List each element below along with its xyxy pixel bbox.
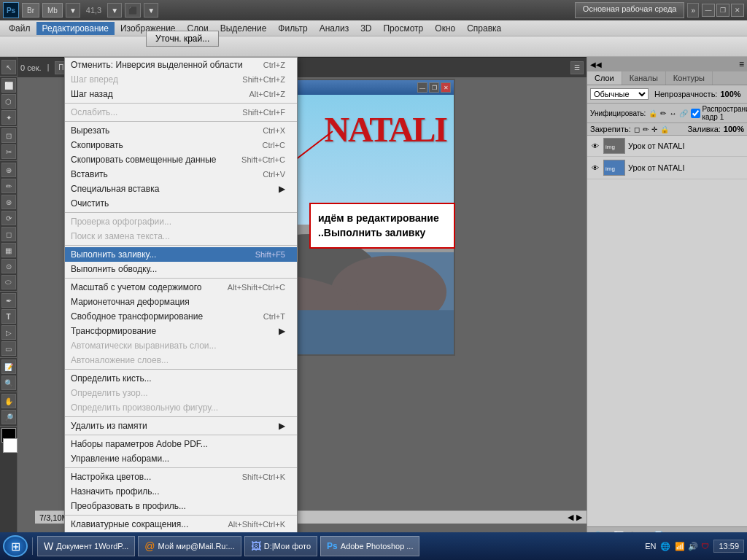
menu-undo[interactable]: Отменить: Инверсия выделенной области Ct…: [65, 58, 297, 72]
layer-item-1[interactable]: 👁 img Урок от NATALI: [587, 136, 747, 157]
tool-eyedropper[interactable]: 🔍: [1, 376, 16, 390]
canvas-nav-btn[interactable]: ◀: [568, 513, 573, 522]
menu-assign-profile[interactable]: Назначить профиль...: [65, 484, 297, 499]
menu-copy[interactable]: Скопировать Ctrl+C: [65, 138, 297, 152]
unify-icon1[interactable]: 🔒: [649, 109, 657, 117]
taskbar-item-photoshop[interactable]: Ps Adobe Photoshop ...: [320, 536, 419, 556]
lock-position[interactable]: ✛: [651, 125, 657, 133]
menu-convert-profile[interactable]: Преобразовать в профиль...: [65, 499, 297, 513]
refine-edge-button[interactable]: Уточн. край...: [146, 31, 219, 47]
menu-analysis[interactable]: Анализ: [314, 22, 355, 35]
zoom-options[interactable]: ▼: [107, 3, 122, 18]
background-color[interactable]: [3, 438, 18, 453]
spread-checkbox[interactable]: [691, 109, 700, 118]
maximize-button[interactable]: ❐: [716, 4, 729, 17]
lock-all[interactable]: 🔒: [660, 125, 669, 133]
menu-cut[interactable]: Вырезать Ctrl+X: [65, 123, 297, 138]
menu-file[interactable]: Файл: [3, 22, 36, 35]
menu-paste[interactable]: Вставить Ctrl+V: [65, 167, 297, 182]
menu-transform[interactable]: Трансформирование ▶: [65, 324, 297, 338]
unify-icon2[interactable]: ✏: [660, 109, 666, 117]
menu-define-brush[interactable]: Определить кисть...: [65, 371, 297, 386]
unify-icon3[interactable]: ↔: [669, 109, 676, 117]
menu-select[interactable]: Выделение: [214, 22, 273, 35]
tool-notes[interactable]: 📝: [1, 359, 16, 374]
minimize-button[interactable]: —: [702, 4, 715, 17]
tool-shape[interactable]: ▭: [1, 341, 16, 356]
tool-blur[interactable]: ⊙: [1, 259, 16, 273]
menu-keyboard-shortcuts[interactable]: Клавиатурные сокращения... Alt+Shift+Ctr…: [65, 517, 297, 532]
anim-extra1[interactable]: ☰: [570, 61, 584, 74]
menu-fill[interactable]: Выполнить заливку... Shift+F5: [65, 247, 297, 262]
tool-spot-heal[interactable]: ⊕: [1, 163, 16, 177]
layer-eye-2[interactable]: 👁: [590, 163, 600, 173]
tool-dodge[interactable]: ⬭: [1, 275, 16, 289]
view-options[interactable]: ▼: [66, 3, 80, 18]
extra-options[interactable]: ⬛: [125, 3, 141, 18]
tab-layers[interactable]: Слои: [587, 71, 622, 85]
lang-indicator[interactable]: EN: [645, 542, 656, 551]
tool-lasso[interactable]: ⬡: [1, 94, 16, 109]
menu-3d[interactable]: 3D: [355, 22, 377, 35]
tool-gradient[interactable]: ▦: [1, 243, 16, 257]
fill-row: Заливка: 100%: [687, 125, 744, 133]
menu-paste-special[interactable]: Специальная вставка ▶: [65, 182, 297, 196]
canvas-minimize[interactable]: —: [417, 82, 427, 93]
menu-window[interactable]: Окно: [429, 22, 461, 35]
menu-content-aware-scale[interactable]: Масштаб с учетом содержимого Alt+Shift+C…: [65, 280, 297, 295]
br-button[interactable]: Br: [22, 3, 39, 18]
menu-copy-merged[interactable]: Скопировать совмещенные данные Shift+Ctr…: [65, 152, 297, 167]
tool-magic-wand[interactable]: ✦: [1, 110, 16, 125]
menu-edit[interactable]: Редактирование: [36, 22, 115, 35]
tool-pen[interactable]: ✒: [1, 293, 16, 308]
menu-clear[interactable]: Очистить: [65, 196, 297, 211]
tool-eraser[interactable]: ◻: [1, 227, 16, 241]
menu-purge[interactable]: Удалить из памяти ▶: [65, 419, 297, 433]
menu-puppet-warp[interactable]: Марионеточная деформация: [65, 295, 297, 309]
tool-text[interactable]: T: [1, 309, 16, 324]
tool-history[interactable]: ⟳: [1, 211, 16, 225]
menu-stroke[interactable]: Выполнить обводку...: [65, 262, 297, 276]
tab-channels[interactable]: Каналы: [622, 71, 666, 85]
canvas-close[interactable]: ✕: [441, 82, 451, 93]
start-button[interactable]: ⊞: [3, 535, 28, 557]
tool-crop[interactable]: ⊡: [1, 128, 16, 143]
taskbar-item-word[interactable]: W Документ 1WordP...: [37, 536, 135, 556]
panel-header: ◀◀ ≡: [587, 57, 747, 71]
tool-hand[interactable]: ✋: [1, 394, 16, 408]
close-button[interactable]: ✕: [731, 4, 744, 17]
layer-eye-1[interactable]: 👁: [590, 141, 600, 151]
workspace-extend[interactable]: »: [687, 3, 699, 18]
menu-step-back[interactable]: Шаг назад Alt+Ctrl+Z: [65, 87, 297, 101]
menu-filter[interactable]: Фильтр: [272, 22, 313, 35]
panel-expand[interactable]: ≡: [739, 59, 744, 69]
menu-color-settings[interactable]: Настройка цветов... Shift+Ctrl+K: [65, 470, 297, 484]
lock-transparent[interactable]: ◻: [634, 125, 640, 133]
tool-brush[interactable]: ✏: [1, 179, 16, 193]
lock-image[interactable]: ✏: [643, 125, 649, 133]
menu-pdf-presets[interactable]: Наборы параметров Adobe PDF...: [65, 437, 297, 451]
blend-mode-select[interactable]: Обычные: [590, 88, 649, 100]
taskbar-item-photos[interactable]: 🖼 D:|Мои фото: [244, 536, 317, 556]
tool-select-path[interactable]: ▷: [1, 325, 16, 340]
tool-move[interactable]: ↖: [1, 60, 16, 74]
tool-zoom[interactable]: 🔎: [1, 410, 16, 424]
svg-text:img: img: [605, 166, 615, 172]
unify-icon4[interactable]: 🔗: [679, 109, 688, 117]
tab-paths[interactable]: Контуры: [666, 71, 713, 85]
workspace-button[interactable]: Основная рабочая среда: [575, 2, 685, 18]
canvas-nav-btn2[interactable]: ▶: [576, 513, 582, 522]
tool-slice[interactable]: ✂: [1, 144, 16, 159]
menu-free-transform[interactable]: Свободное трансформирование Ctrl+T: [65, 309, 297, 324]
tool-select-rect[interactable]: ⬜: [1, 78, 16, 93]
canvas-maximize[interactable]: ❐: [429, 82, 439, 93]
taskbar-item-mail[interactable]: @ Мой мир@Mail.Ru:...: [138, 536, 241, 556]
mb-button[interactable]: Mb: [42, 3, 63, 18]
clock[interactable]: 13:59: [713, 540, 744, 553]
extra-options2[interactable]: ▼: [144, 3, 158, 18]
tool-stamp[interactable]: ⊛: [1, 195, 16, 209]
layer-item-2[interactable]: 👁 img Урок от NATALI: [587, 157, 747, 179]
menu-view[interactable]: Просмотр: [377, 22, 429, 35]
menu-presets-manager[interactable]: Управление наборами...: [65, 451, 297, 466]
menu-help[interactable]: Справка: [461, 22, 507, 35]
